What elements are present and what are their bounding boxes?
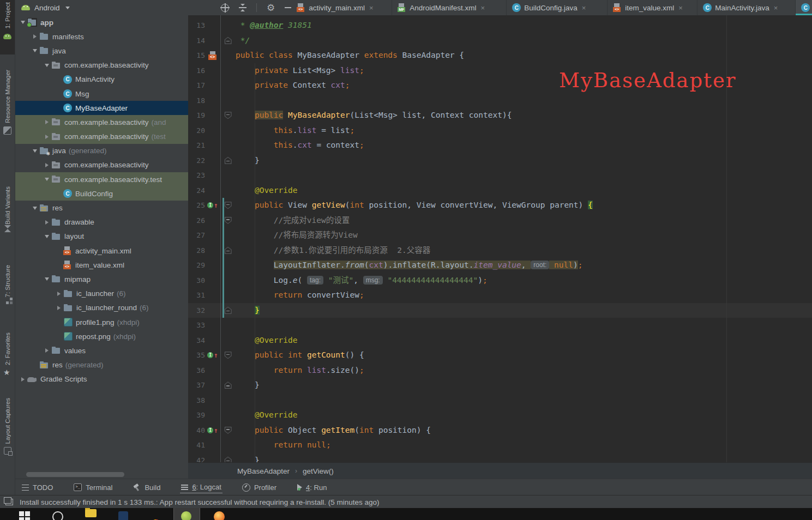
- related-layout-file-icon[interactable]: <>: [208, 51, 217, 60]
- expanded-arrow-icon[interactable]: [31, 49, 39, 52]
- code-line[interactable]: 32 }: [188, 303, 812, 318]
- tree-item-item-value-xml[interactable]: <>item_value.xml: [15, 258, 188, 272]
- tool-window-button-1-project[interactable]: 1: Project: [0, 2, 15, 39]
- expanded-arrow-icon[interactable]: [19, 21, 27, 24]
- tab-activity-main-xml[interactable]: <>activity_main.xml×: [291, 0, 392, 15]
- collapse-all-icon[interactable]: [239, 4, 246, 11]
- hide-panel-icon[interactable]: [285, 7, 291, 8]
- fold-region-end-icon[interactable]: [225, 37, 232, 44]
- collapsed-arrow-icon[interactable]: [43, 348, 51, 353]
- expanded-arrow-icon[interactable]: [43, 64, 51, 67]
- close-tab-icon[interactable]: ×: [369, 4, 374, 12]
- expanded-arrow-icon[interactable]: [43, 178, 51, 181]
- collapsed-arrow-icon[interactable]: [19, 377, 27, 382]
- close-tab-icon[interactable]: ×: [774, 4, 778, 12]
- browser-orange-icon[interactable]: [214, 511, 225, 520]
- tree-item-com-example-baseactivity-and[interactable]: com.example.baseactivity(and: [15, 115, 188, 129]
- tab-androidmanifest-xml[interactable]: MFAndroidManifest.xml×: [392, 0, 507, 15]
- fold-region-start-icon[interactable]: [225, 112, 232, 119]
- code-line[interactable]: 38: [188, 393, 812, 408]
- close-tab-icon[interactable]: ×: [582, 4, 586, 12]
- breadcrumb-class[interactable]: MyBaseAdapter: [237, 467, 290, 475]
- tab-mainactivity-java[interactable]: CMainActivity.java×: [697, 0, 796, 15]
- tab-buildconfig-java[interactable]: CBuildConfig.java×: [507, 0, 608, 15]
- close-tab-icon[interactable]: ×: [481, 4, 485, 12]
- fold-region-start-icon[interactable]: [225, 202, 232, 209]
- fold-region-start-icon[interactable]: [225, 427, 232, 434]
- tab-item-value-xml[interactable]: <>item_value.xml×: [608, 0, 697, 15]
- tree-item-java[interactable]: java: [15, 44, 188, 58]
- code-line[interactable]: 37 }: [188, 378, 812, 393]
- code-line[interactable]: 27 //将布局资源转为View: [188, 228, 812, 243]
- fold-region-start-icon[interactable]: [225, 217, 232, 224]
- collapsed-arrow-icon[interactable]: [43, 135, 51, 139]
- expanded-arrow-icon[interactable]: [31, 207, 39, 210]
- code-line[interactable]: 15<>public class MyBaseAdapter extends B…: [188, 48, 812, 63]
- tree-item-app[interactable]: app: [15, 15, 188, 29]
- tree-item-activity-main-xml[interactable]: <>activity_main.xml: [15, 244, 188, 258]
- android-studio-icon[interactable]: [181, 511, 191, 520]
- tree-item-gradle-scripts[interactable]: Gradle Scripts: [15, 372, 188, 386]
- tool-window-button-profiler[interactable]: Profiler: [241, 482, 278, 493]
- tool-window-button-7-structure[interactable]: 7: Structure: [0, 265, 15, 304]
- code-line[interactable]: 20 this.list = list;: [188, 123, 812, 138]
- fold-region-start-icon[interactable]: [225, 352, 232, 359]
- fold-region-end-icon[interactable]: [225, 247, 232, 254]
- windows-start-icon[interactable]: [19, 511, 31, 520]
- fold-region-end-icon[interactable]: [225, 157, 232, 164]
- tree-item-repost-png-xhdpi[interactable]: repost.png(xhdpi): [15, 329, 188, 343]
- code-line[interactable]: 13 * @author 31851: [188, 18, 812, 33]
- code-editor[interactable]: 13 * @author 3185114 */15<>public class …: [188, 15, 812, 462]
- tree-item-drawable[interactable]: drawable: [15, 215, 188, 229]
- code-line[interactable]: 31 return convertView;: [188, 288, 812, 303]
- tree-item-buildconfig[interactable]: CBuildConfig: [15, 186, 188, 201]
- code-line[interactable]: 26 //完成对view的设置: [188, 213, 812, 228]
- tree-item-com-example-baseactivity[interactable]: com.example.baseactivity: [15, 158, 188, 172]
- file-explorer-icon[interactable]: [85, 509, 97, 517]
- tool-window-button-build[interactable]: Build: [132, 482, 161, 493]
- code-line[interactable]: 18: [188, 93, 812, 108]
- tool-window-button-resource-manager[interactable]: Resource Manager: [0, 70, 15, 135]
- tree-item-mipmap[interactable]: mipmap: [15, 272, 188, 286]
- code-line[interactable]: 30 Log.e( tag: "测试", msg: "4444444444444…: [188, 273, 812, 288]
- collapsed-arrow-icon[interactable]: [43, 220, 51, 225]
- tree-item-msg[interactable]: CMsg: [15, 87, 188, 101]
- tree-item-com-example-baseactivity-test[interactable]: com.example.baseactivity(test: [15, 130, 188, 144]
- tool-window-button-4-run[interactable]: 4: Run: [296, 482, 328, 493]
- collapsed-arrow-icon[interactable]: [31, 34, 39, 39]
- tool-window-button-todo[interactable]: TODO: [21, 482, 54, 493]
- code-line[interactable]: 21 this.cxt = context;: [188, 138, 812, 153]
- event-log-icon[interactable]: [5, 499, 13, 505]
- close-tab-icon[interactable]: ×: [678, 4, 683, 12]
- code-line[interactable]: 35I↑ public int getCount() {: [188, 348, 812, 363]
- code-line[interactable]: 23: [188, 168, 812, 183]
- code-line[interactable]: 39 @Override: [188, 408, 812, 423]
- code-line[interactable]: 41 return null;: [188, 438, 812, 453]
- code-line[interactable]: 24 @Override: [188, 183, 812, 198]
- search-icon[interactable]: [52, 511, 63, 520]
- collapsed-arrow-icon[interactable]: [55, 306, 63, 310]
- tree-item-java-generated[interactable]: ✱java(generated): [15, 144, 188, 158]
- tree-item-ic-launcher-round-6[interactable]: ic_launcher_round(6): [15, 301, 188, 315]
- tab-mybaseadapter-java[interactable]: CMyBaseAdapter.java×: [796, 0, 812, 15]
- tool-window-button-terminal[interactable]: >_Terminal: [73, 482, 113, 493]
- tree-item-res[interactable]: res: [15, 201, 188, 215]
- tree-item-com-example-baseactivity[interactable]: com.example.baseactivity: [15, 58, 188, 72]
- tool-window-button-2-favorites[interactable]: 2: Favorites★: [0, 332, 15, 377]
- code-line[interactable]: 36 return list.size();: [188, 363, 812, 378]
- tool-window-button-build-variants[interactable]: Build Variants: [0, 186, 15, 228]
- tool-window-button-6-logcat[interactable]: 6: Logcat: [180, 481, 222, 493]
- code-line[interactable]: 25I↑ public View getView(int position, V…: [188, 198, 812, 213]
- tree-item-res-generated[interactable]: res(generated): [15, 358, 188, 372]
- collapsed-arrow-icon[interactable]: [55, 292, 63, 296]
- override-method-icon[interactable]: I↑: [207, 202, 218, 209]
- code-line[interactable]: 14 */: [188, 33, 812, 49]
- breadcrumb-method[interactable]: getView(): [303, 467, 334, 475]
- locate-opened-file-icon[interactable]: [221, 4, 229, 12]
- fold-region-end-icon[interactable]: [225, 307, 232, 314]
- code-app-icon[interactable]: [118, 511, 128, 520]
- expanded-arrow-icon[interactable]: [31, 149, 39, 153]
- tree-item-values[interactable]: values: [15, 343, 188, 358]
- override-method-icon[interactable]: I↑: [207, 427, 218, 434]
- tree-item-profile1-png-xhdpi[interactable]: profile1.png(xhdpi): [15, 315, 188, 329]
